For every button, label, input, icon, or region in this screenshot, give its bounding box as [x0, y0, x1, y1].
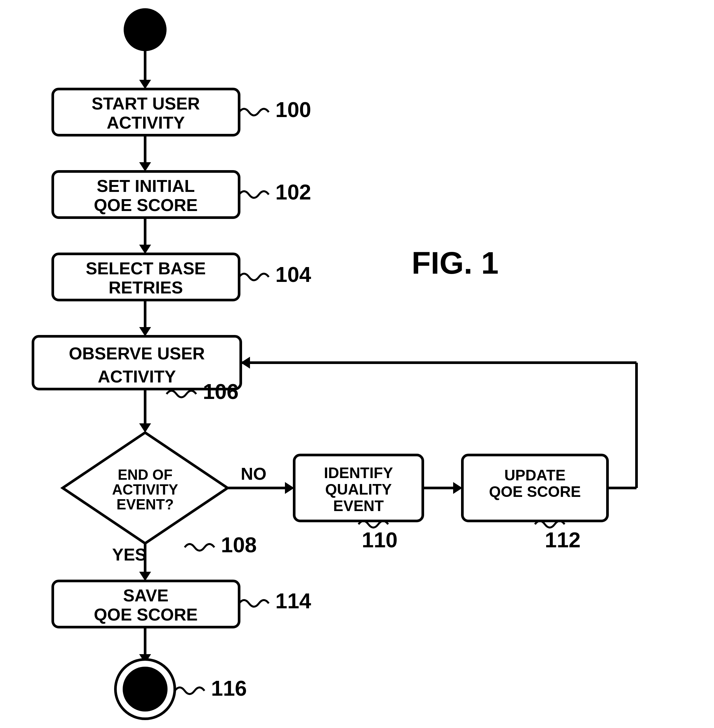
svg-marker-4: [139, 162, 151, 171]
ref-114: 114: [275, 589, 311, 613]
svg-text:RETRIES: RETRIES: [108, 278, 183, 297]
svg-marker-17: [285, 482, 294, 494]
svg-text:EVENT: EVENT: [333, 497, 384, 514]
node-112-label: UPDATE: [504, 467, 566, 484]
svg-text:QUALITY: QUALITY: [325, 481, 392, 498]
node-106-label: OBSERVE USER: [69, 344, 205, 363]
ref-108: 108: [221, 533, 256, 557]
svg-text:EVENT?: EVENT?: [116, 496, 174, 512]
node-110-label: IDENTIFY: [324, 464, 393, 481]
svg-marker-1: [139, 80, 151, 89]
node-102-label: SET INITIAL: [97, 177, 195, 196]
ref-110: 110: [362, 528, 398, 552]
svg-marker-21: [453, 482, 462, 494]
svg-text:QOE SCORE: QOE SCORE: [489, 483, 581, 500]
svg-text:ACTIVITY: ACTIVITY: [112, 481, 178, 497]
svg-text:QOE SCORE: QOE SCORE: [94, 605, 198, 624]
figure-label: FIG. 1: [412, 245, 499, 280]
svg-marker-28: [139, 572, 151, 581]
svg-marker-26: [241, 357, 250, 368]
yes-label: YES: [112, 545, 146, 564]
start-node: [124, 8, 166, 51]
svg-marker-10: [139, 327, 151, 336]
node-114-label: SAVE: [123, 586, 168, 605]
no-label: NO: [241, 464, 267, 483]
node-100-label: START USER: [92, 94, 200, 113]
svg-text:ACTIVITY: ACTIVITY: [98, 367, 176, 386]
flowchart-diagram: START USER ACTIVITY 100 SET INITIAL QOE …: [0, 0, 714, 728]
ref-104: 104: [275, 262, 311, 286]
end-node-inner: [123, 667, 168, 712]
svg-text:QOE SCORE: QOE SCORE: [94, 196, 198, 215]
node-104-label: SELECT BASE: [86, 259, 206, 278]
ref-100: 100: [275, 97, 311, 122]
ref-102: 102: [275, 180, 311, 204]
svg-marker-7: [139, 245, 151, 254]
ref-106: 106: [203, 379, 238, 404]
node-108-label: END OF: [118, 467, 172, 483]
ref-116: 116: [211, 676, 247, 700]
svg-text:ACTIVITY: ACTIVITY: [107, 113, 185, 132]
ref-112: 112: [545, 528, 580, 552]
